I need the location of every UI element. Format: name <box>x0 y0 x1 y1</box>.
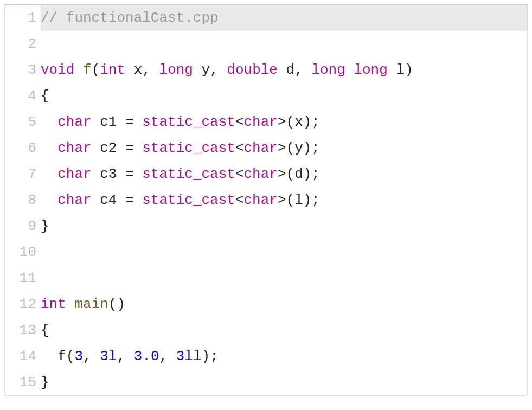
line-number: 14 <box>5 343 41 369</box>
code-line: 9} <box>5 213 527 239</box>
code-content: char c3 = static_cast<char>(d); <box>41 161 527 187</box>
token: >(x); <box>278 114 320 130</box>
token: int <box>41 296 66 312</box>
token: } <box>41 374 49 390</box>
code-content <box>41 239 527 265</box>
token: c4 = <box>92 192 143 208</box>
code-line: 12int main() <box>5 291 527 317</box>
token: char <box>57 140 91 156</box>
line-number: 3 <box>5 57 41 83</box>
token: >(y); <box>278 140 320 156</box>
line-number: 2 <box>5 31 41 57</box>
token <box>66 296 75 312</box>
line-number: 13 <box>5 317 41 343</box>
code-content: int main() <box>41 291 527 317</box>
token: < <box>235 114 244 130</box>
line-number: 15 <box>5 369 41 395</box>
token: static_cast <box>142 192 235 208</box>
token: { <box>41 322 49 338</box>
code-content: { <box>41 83 527 109</box>
token: // functionalCast.cpp <box>41 10 219 26</box>
code-content: char c4 = static_cast<char>(l); <box>41 187 527 213</box>
line-number: 7 <box>5 161 41 187</box>
token <box>41 140 57 156</box>
token: c3 = <box>92 166 143 182</box>
token: >(d); <box>278 166 320 182</box>
code-content: void f(int x, long y, double d, long lon… <box>41 57 527 83</box>
line-number: 9 <box>5 213 41 239</box>
code-line: 5 char c1 = static_cast<char>(x); <box>5 109 527 135</box>
token: int <box>100 62 125 78</box>
code-line: 15} <box>5 369 527 395</box>
token: static_cast <box>142 114 235 130</box>
code-content: f(3, 3l, 3.0, 3ll); <box>41 343 527 369</box>
line-number: 8 <box>5 187 41 213</box>
line-number: 10 <box>5 239 41 265</box>
token <box>41 166 57 182</box>
token: 3 <box>74 348 83 364</box>
code-line: 11 <box>5 265 527 291</box>
token: < <box>235 192 244 208</box>
token: } <box>41 218 49 234</box>
code-line: 6 char c2 = static_cast<char>(y); <box>5 135 527 161</box>
token: < <box>235 140 244 156</box>
token: static_cast <box>142 166 235 182</box>
token: c1 = <box>92 114 143 130</box>
code-line: 4{ <box>5 83 527 109</box>
code-line: 10 <box>5 239 527 265</box>
token: void <box>41 62 74 78</box>
token: long <box>159 62 193 78</box>
code-line: 8 char c4 = static_cast<char>(l); <box>5 187 527 213</box>
code-line: 7 char c3 = static_cast<char>(d); <box>5 161 527 187</box>
token <box>74 62 83 78</box>
token: d, <box>278 62 311 78</box>
token: char <box>57 166 91 182</box>
code-content: } <box>41 213 527 239</box>
line-number: 6 <box>5 135 41 161</box>
token <box>41 114 57 130</box>
code-line: 3void f(int x, long y, double d, long lo… <box>5 57 527 83</box>
token: char <box>244 192 278 208</box>
token: 3l <box>100 348 117 364</box>
token: f( <box>41 348 74 364</box>
token: double <box>227 62 278 78</box>
token: char <box>244 140 278 156</box>
token: char <box>244 114 278 130</box>
code-content: { <box>41 317 527 343</box>
token: , <box>117 348 133 364</box>
token: , <box>159 348 176 364</box>
line-number: 4 <box>5 83 41 109</box>
token: l) <box>388 62 413 78</box>
token: , <box>83 348 100 364</box>
line-number: 12 <box>5 291 41 317</box>
token: 3.0 <box>134 348 159 364</box>
line-number: 5 <box>5 109 41 135</box>
code-line: 1// functionalCast.cpp <box>5 5 527 31</box>
code-line: 13{ <box>5 317 527 343</box>
code-content <box>41 31 527 57</box>
line-number: 11 <box>5 265 41 291</box>
code-line: 2 <box>5 31 527 57</box>
token: char <box>244 166 278 182</box>
token: < <box>235 166 244 182</box>
code-line: 14 f(3, 3l, 3.0, 3ll); <box>5 343 527 369</box>
token: char <box>57 192 91 208</box>
code-content <box>41 265 527 291</box>
token: main <box>74 296 108 312</box>
code-block: 1// functionalCast.cpp2 3void f(int x, l… <box>4 4 528 396</box>
token: c2 = <box>92 140 143 156</box>
token: static_cast <box>142 140 235 156</box>
token: >(l); <box>278 192 320 208</box>
token: { <box>41 88 49 104</box>
code-content: // functionalCast.cpp <box>41 5 527 31</box>
line-number: 1 <box>5 5 41 31</box>
code-content: char c2 = static_cast<char>(y); <box>41 135 527 161</box>
code-content: } <box>41 369 527 395</box>
token: () <box>108 296 125 312</box>
token: f <box>83 62 92 78</box>
code-content: char c1 = static_cast<char>(x); <box>41 109 527 135</box>
token: y, <box>193 62 227 78</box>
token: long long <box>311 62 387 78</box>
token: 3ll <box>176 348 202 364</box>
token: x, <box>125 62 159 78</box>
